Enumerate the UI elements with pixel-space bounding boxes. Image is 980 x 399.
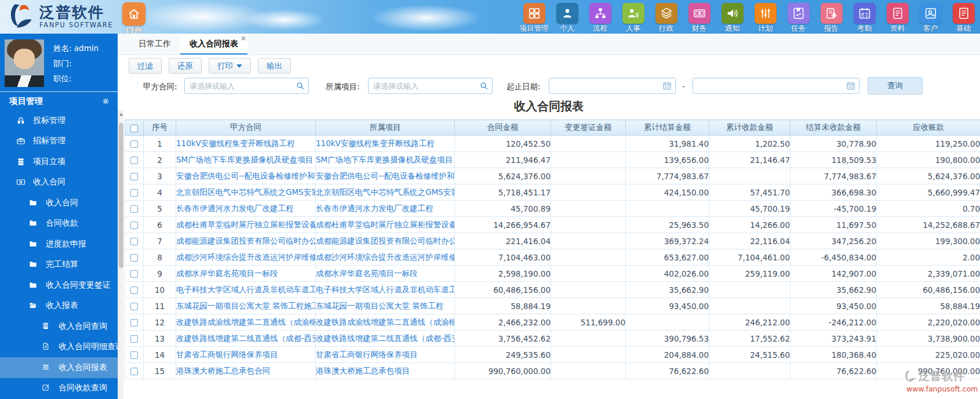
row-checkbox[interactable] bbox=[130, 319, 138, 327]
sidebar-item-progress-payment[interactable]: 进度款申报 bbox=[0, 234, 118, 255]
sidebar-item-completion-settlement[interactable]: 完工结算 bbox=[0, 255, 118, 275]
module-workflow-button[interactable]: 流程 bbox=[584, 0, 617, 34]
cell-party-contract[interactable]: 成都能源建设集团投资有限公司临时办公场所 bbox=[176, 233, 316, 249]
row-checkbox[interactable] bbox=[130, 351, 138, 359]
cell-project[interactable]: 长春市伊通河水力发电厂改建工程 bbox=[316, 201, 455, 217]
query-button[interactable]: 查询 bbox=[868, 77, 923, 95]
export-button[interactable]: 输出 bbox=[258, 58, 291, 74]
gear-icon[interactable] bbox=[101, 97, 111, 106]
sidebar-item-income-contract-query[interactable]: 收入合同查询 bbox=[0, 316, 118, 337]
row-checkbox[interactable] bbox=[130, 140, 138, 148]
cell-project[interactable]: 改建铁路线增建第二线直通线（成都-西安）白 bbox=[316, 331, 455, 347]
row-checkbox[interactable] bbox=[130, 270, 138, 278]
row-checkbox[interactable] bbox=[130, 222, 138, 229]
tab-income-contract-report[interactable]: 收入合同报表 × bbox=[180, 34, 247, 55]
row-checkbox[interactable] bbox=[130, 238, 138, 245]
sidebar-item-tender-mgmt[interactable]: 招标管理 bbox=[0, 131, 118, 152]
cell-project[interactable]: 成都水岸华庭名苑项目一标段 bbox=[316, 266, 455, 282]
select-all-checkbox[interactable] bbox=[130, 125, 138, 132]
module-label: 客户 bbox=[923, 24, 938, 34]
cell-project[interactable]: 成都杜甫草堂临时展厅独立展柜报警设备安装 bbox=[316, 217, 455, 233]
row-checkbox[interactable] bbox=[130, 205, 138, 213]
cell-party-contract[interactable]: 电子科技大学区域人行道及非机动车道工程施工 bbox=[176, 282, 316, 298]
module-finance-button[interactable]: ¥财务 bbox=[683, 0, 716, 34]
sidebar-item-project-initiation[interactable]: 项目立项 bbox=[0, 151, 118, 172]
module-attendance-button[interactable]: 考勤 bbox=[848, 0, 881, 34]
cell-project[interactable]: 港珠澳大桥施工总承包项目 bbox=[316, 363, 455, 379]
party-contract-input[interactable] bbox=[184, 78, 309, 94]
cell-party-contract[interactable]: 成都杜甫草堂临时展厅独立展柜报警设备安装 bbox=[176, 217, 316, 233]
portal-button[interactable]: 门户 bbox=[121, 2, 147, 34]
cell-party-contract[interactable]: 成都沙河环境综合提升改造运河护岸维修改造 bbox=[176, 249, 316, 266]
module-personal-button[interactable]: 个人 bbox=[551, 0, 584, 34]
sidebar-item-income-contract[interactable]: 0收入合同 bbox=[0, 172, 118, 193]
close-icon[interactable]: × bbox=[241, 35, 246, 42]
cell-project[interactable]: SM广场地下车库更换摄像机及硬盘项目 bbox=[316, 152, 455, 168]
cell-project[interactable]: 东城花园一期项目公寓大堂 装饰工程 bbox=[316, 298, 455, 314]
cell-project[interactable]: 电子科技大学区域人行道及非机动车道工程施工 bbox=[316, 282, 455, 298]
cell-project[interactable]: 110kV安徽线程集变开断线路工程 bbox=[316, 136, 455, 152]
date-end-input[interactable] bbox=[693, 78, 859, 94]
cell-project[interactable]: 改建铁路成渝线增建第二直通线（成渝枢纽） bbox=[316, 314, 455, 331]
cell-project[interactable]: 成都能源建设集团投资有限公司临时办公场所 bbox=[316, 233, 455, 249]
cell-party-contract[interactable]: 北京朝阳区电气中芯特气系统之GMS安装 bbox=[176, 184, 316, 201]
cell-party-contract[interactable]: 成都水岸华庭名苑项目一标段 bbox=[176, 266, 316, 282]
module-hr-button[interactable]: 人事 bbox=[617, 0, 650, 34]
row-checkbox[interactable] bbox=[130, 189, 138, 197]
project-input[interactable] bbox=[368, 78, 493, 94]
cell-party-contract[interactable]: 甘肃省工商银行网络保养项目 bbox=[176, 347, 316, 363]
sidebar-item-contract-receipt-query[interactable]: 合同收款查询 bbox=[0, 378, 118, 399]
sidebar-item-contract-change-visa[interactable]: 收入合同变更签证 bbox=[0, 275, 118, 296]
row-checkbox[interactable] bbox=[130, 368, 138, 375]
cell-project[interactable]: 安徽合肥供电公司--配电设备检修维护和改造 bbox=[316, 168, 455, 184]
cell-project[interactable]: 成都沙河环境综合提升改造运河护岸维修改造 bbox=[316, 249, 455, 266]
row-checkbox[interactable] bbox=[130, 286, 138, 294]
sidebar-item-contract-receipt[interactable]: 合同收款 bbox=[0, 213, 118, 234]
app-logo: 泛普软件 FANPU SOFTWARE bbox=[6, 3, 113, 30]
filter-button[interactable]: 过滤 bbox=[129, 58, 162, 74]
scrollbar-up-arrow[interactable]: ▲ bbox=[118, 110, 124, 118]
person-list-icon bbox=[627, 7, 640, 20]
scrollbar-thumb[interactable] bbox=[119, 123, 123, 268]
row-checkbox[interactable] bbox=[130, 335, 138, 343]
module-plan-button[interactable]: 计划 bbox=[749, 0, 782, 34]
sidebar-item-income-contract-sub[interactable]: 收入合同 bbox=[0, 193, 118, 213]
module-customer-button[interactable]: 客户 bbox=[914, 0, 947, 34]
cell-party-contract[interactable]: 110kV安徽线程集变开断线路工程 bbox=[176, 136, 316, 152]
cell-project[interactable]: 北京朝阳区电气中芯特气系统之GMS安装 bbox=[316, 184, 455, 201]
row-checkbox[interactable] bbox=[130, 303, 138, 310]
cell-amount: 5,718,451.17 bbox=[455, 184, 551, 201]
sidebar-section-title: 项目管理 bbox=[9, 96, 43, 107]
cell-party-contract[interactable]: 港珠澳大桥施工总承包合同 bbox=[176, 363, 316, 379]
cell-party-contract[interactable]: 东城花园一期项目公寓大堂 装饰工程施工 bbox=[176, 298, 316, 314]
print-button[interactable]: 打印 bbox=[209, 58, 251, 74]
cell-party-contract[interactable]: 改建铁路线增建第二线直通线（成都-西安）白 bbox=[176, 331, 316, 347]
cell-party-contract[interactable]: 安徽合肥供电公司--配电设备检修维护和改造 bbox=[176, 168, 316, 184]
row-checkbox[interactable] bbox=[130, 157, 138, 164]
calendar-icon[interactable] bbox=[846, 81, 855, 90]
cell-party-contract[interactable]: 改建铁路成渝线增建第二直通线（成渝枢纽） bbox=[176, 314, 316, 331]
sidebar-item-income-reports[interactable]: 收入报表 bbox=[0, 296, 118, 317]
search-icon[interactable] bbox=[479, 81, 489, 90]
module-admin-button[interactable]: 行政 bbox=[650, 0, 683, 34]
cell-project[interactable]: 甘肃省工商银行网络保养项目 bbox=[316, 347, 455, 363]
module-base-button[interactable]: 基础 bbox=[947, 0, 980, 34]
restore-button[interactable]: 还原 bbox=[169, 58, 202, 74]
calendar-icon[interactable] bbox=[662, 81, 672, 90]
tab-daily-work[interactable]: 日常工作 bbox=[129, 34, 180, 55]
module-report-button[interactable]: 报告 bbox=[815, 0, 848, 34]
row-checkbox[interactable] bbox=[130, 173, 138, 180]
cell-party-contract[interactable]: SM广场地下车库更换摄像机及硬盘项目 bbox=[176, 152, 316, 168]
module-docs-button[interactable]: 资料 bbox=[881, 0, 914, 34]
cell-party-contract[interactable]: 长春市伊通河水力发电厂改建工程 bbox=[176, 201, 316, 217]
sidebar-item-income-contract-report[interactable]: 收入合同报表 bbox=[0, 357, 118, 378]
date-start-input[interactable] bbox=[549, 78, 676, 94]
module-notice-button[interactable]: 通知 bbox=[716, 0, 749, 34]
sidebar-item-bid-mgmt[interactable]: 投标管理 bbox=[0, 110, 118, 131]
sidebar-item-income-contract-detail-query[interactable]: 收入合同明细查询 bbox=[0, 337, 118, 358]
module-project-mgmt-button[interactable]: 项目管理 bbox=[518, 0, 551, 34]
row-checkbox[interactable] bbox=[130, 254, 138, 262]
module-task-button[interactable]: 任务 bbox=[782, 0, 815, 34]
cell-amount: 22,116.04 bbox=[709, 233, 790, 249]
search-icon[interactable] bbox=[296, 81, 305, 90]
